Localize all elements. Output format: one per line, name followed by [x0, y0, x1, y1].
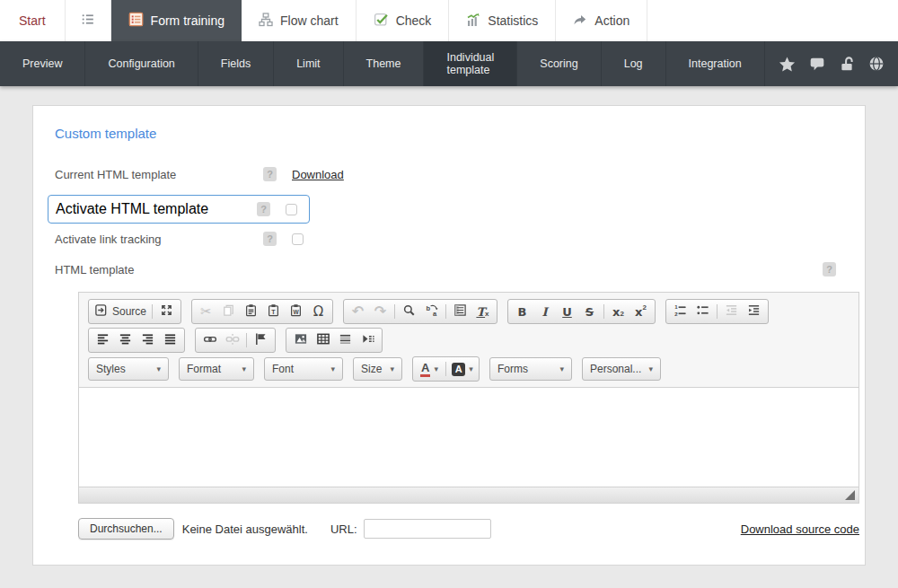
paste-from-word-button[interactable]: W [285, 302, 307, 322]
browse-file-button[interactable]: Durchsuchen... [78, 518, 174, 540]
svg-text:2: 2 [674, 310, 678, 316]
download-link[interactable]: Download [292, 168, 344, 181]
text-color-icon: A [420, 362, 430, 377]
subscript-icon: x2 [612, 306, 624, 318]
special-character-button[interactable]: Ω [307, 302, 330, 322]
toolbar-row-3: Styles▾ Format▾ Font▾ Size▾ A▾ [88, 356, 853, 382]
anchor-button[interactable] [250, 330, 272, 351]
numbered-list-button[interactable]: 1 2 [669, 302, 691, 322]
cut-button[interactable]: ✂ [195, 302, 217, 322]
superscript-button[interactable]: x2 [629, 302, 652, 322]
tab-list-menu[interactable] [66, 0, 111, 41]
chevron-down-icon: ▾ [390, 364, 394, 373]
paste-plain-text-button[interactable]: T [262, 302, 285, 322]
subscript-button[interactable]: x2 [607, 302, 629, 322]
justify-button[interactable] [159, 330, 181, 351]
subnav-configuration[interactable]: Configuration [85, 41, 198, 86]
bulleted-list-button[interactable] [691, 302, 714, 322]
link-button[interactable] [198, 330, 221, 351]
subnav-individual-template[interactable]: Individual template [424, 41, 517, 86]
personal-dropdown[interactable]: Personal...▾ [582, 357, 661, 381]
align-center-button[interactable] [114, 330, 136, 351]
group-mode: Source [88, 299, 181, 324]
tab-statistics[interactable]: Statistics [449, 0, 556, 41]
tab-flow-chart[interactable]: Flow chart [242, 0, 357, 41]
subnav-integration[interactable]: Integration [666, 41, 765, 86]
download-source-code-link[interactable]: Download source code [741, 522, 859, 536]
forms-dropdown[interactable]: Forms▾ [489, 357, 572, 381]
tab-action[interactable]: Action [556, 0, 647, 41]
tab-check[interactable]: Check [357, 0, 450, 41]
flag-icon [254, 332, 268, 349]
group-undo-find: ↶ ↷ b a [343, 299, 497, 324]
align-center-icon [119, 332, 132, 349]
group-links [195, 328, 276, 353]
redo-button[interactable]: ↷ [369, 302, 392, 322]
insert-image-button[interactable] [289, 330, 312, 351]
underline-button[interactable]: U [556, 302, 578, 322]
font-dropdown[interactable]: Font▾ [264, 357, 343, 381]
current-template-row: Current HTML template ? Download [55, 164, 843, 184]
unlock-icon[interactable] [839, 56, 855, 72]
maximize-icon [160, 303, 173, 320]
page-break-button[interactable] [357, 330, 379, 351]
subnav-fields[interactable]: Fields [198, 41, 274, 86]
editor-content-area[interactable] [79, 388, 858, 487]
remove-format-button[interactable]: Tx [471, 302, 494, 322]
tab-start[interactable]: Start [0, 0, 66, 41]
source-button[interactable]: Source [92, 302, 149, 322]
help-icon[interactable]: ? [263, 167, 277, 181]
activate-template-label: Activate HTML template [56, 201, 257, 217]
find-button[interactable] [398, 302, 420, 322]
resize-handle-icon[interactable] [845, 490, 855, 500]
align-right-button[interactable] [136, 330, 159, 351]
text-color-button[interactable]: A▾ [416, 359, 443, 380]
subnav-log[interactable]: Log [602, 41, 666, 86]
styles-dropdown[interactable]: Styles▾ [88, 357, 169, 381]
background-color-button[interactable]: A▾ [449, 359, 476, 380]
format-dropdown[interactable]: Format▾ [179, 357, 254, 381]
copy-button[interactable] [217, 302, 240, 322]
horizontal-rule-button[interactable] [334, 330, 357, 351]
tab-form-training-label: Form training [151, 13, 224, 28]
subnav-limit[interactable]: Limit [274, 41, 343, 86]
insert-table-button[interactable] [312, 330, 334, 351]
link-tracking-checkbox[interactable] [292, 233, 304, 245]
html-editor: Source ✂ [78, 292, 859, 504]
svg-text:1: 1 [674, 303, 678, 310]
bold-button[interactable]: B [511, 302, 533, 322]
tab-start-label: Start [19, 13, 46, 28]
chevron-down-icon: ▾ [330, 364, 335, 373]
undo-button[interactable]: ↶ [347, 302, 369, 322]
maximize-button[interactable] [155, 302, 178, 322]
strikethrough-button[interactable]: S [578, 302, 601, 322]
globe-icon[interactable] [868, 56, 885, 72]
subnav-theme[interactable]: Theme [344, 41, 425, 86]
help-icon[interactable]: ? [823, 262, 836, 276]
editor-toolbar: Source ✂ [79, 293, 858, 388]
svg-text:a: a [433, 310, 437, 317]
help-icon[interactable]: ? [263, 232, 277, 246]
activate-template-checkbox[interactable] [286, 204, 297, 215]
toolbar-separator [603, 304, 604, 319]
subnav-scoring[interactable]: Scoring [517, 41, 601, 86]
size-dropdown[interactable]: Size▾ [353, 357, 402, 381]
url-input[interactable] [364, 519, 491, 539]
bulleted-list-icon [696, 303, 709, 320]
group-align [88, 328, 185, 353]
tab-form-training[interactable]: Form training [111, 0, 242, 41]
subnav-preview[interactable]: Preview [0, 41, 85, 86]
unlink-button[interactable] [221, 330, 243, 351]
favorite-star-icon[interactable] [779, 56, 796, 73]
chevron-down-icon: ▾ [559, 364, 564, 373]
select-all-button[interactable] [449, 302, 471, 322]
replace-button[interactable]: b a [420, 302, 443, 322]
comment-icon[interactable] [809, 56, 825, 72]
paste-button[interactable] [240, 302, 262, 322]
file-upload-row: Durchsuchen... Keine Datei ausgewählt. U… [78, 518, 859, 540]
align-left-button[interactable] [92, 330, 114, 351]
help-icon[interactable]: ? [257, 202, 270, 216]
italic-button[interactable]: I [533, 302, 556, 322]
increase-indent-button[interactable] [743, 302, 765, 322]
decrease-indent-button[interactable] [720, 302, 743, 322]
